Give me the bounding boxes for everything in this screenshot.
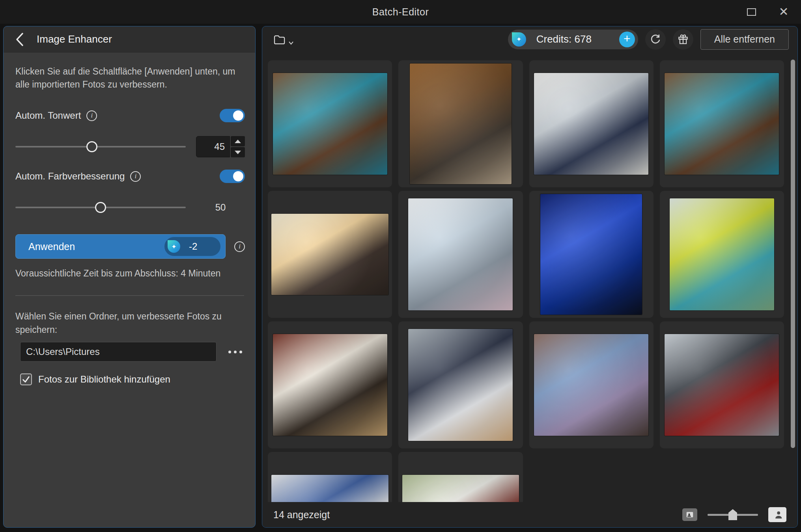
vertical-scrollbar-thumb[interactable] — [791, 60, 795, 448]
photo-cell[interactable] — [529, 60, 653, 187]
folder-icon — [273, 34, 287, 45]
image-enhancer-panel: Image Enhancer Klicken Sie auf die Schal… — [3, 26, 256, 528]
credit-droplet-icon: ✦ — [512, 32, 526, 47]
thumbnail-size-slider-handle[interactable] — [728, 509, 737, 520]
remove-all-label: Alle entfernen — [714, 34, 775, 45]
displayed-count: 14 angezeigt — [273, 509, 330, 521]
photo-cell[interactable] — [660, 60, 784, 187]
photo-grid-viewport — [268, 60, 784, 502]
instructions-text: Klicken Sie auf die Schaltfläche [Anwend… — [15, 65, 245, 91]
maximize-icon — [747, 8, 756, 16]
credits-pill: ✦ Credits: 678 + — [508, 30, 638, 49]
photo-cell[interactable] — [660, 321, 784, 448]
main-area: Image Enhancer Klicken Sie auf die Schal… — [0, 24, 801, 532]
photo-thumbnail-green-wall-discussion[interactable] — [402, 475, 519, 502]
auto-color-value: 50 — [196, 202, 245, 213]
photo-cell[interactable] — [660, 191, 784, 318]
divider — [15, 295, 244, 296]
zoom-out-thumbnails-button[interactable] — [682, 508, 697, 521]
credit-cost-pill: ✦ -2 — [164, 237, 220, 256]
add-to-library-checkbox[interactable] — [20, 373, 32, 385]
add-credits-button[interactable]: + — [619, 32, 635, 47]
photo-cell[interactable] — [268, 60, 392, 187]
status-bar: 14 angezeigt — [262, 502, 797, 527]
remove-all-button[interactable]: Alle entfernen — [700, 29, 789, 50]
credit-droplet-icon: ✦ — [168, 240, 180, 253]
close-button[interactable]: ✕ — [777, 5, 791, 19]
info-icon[interactable]: i — [86, 110, 97, 121]
add-to-library-option[interactable]: Fotos zur Bibliothek hinzufügen — [20, 373, 245, 385]
save-folder-input[interactable] — [20, 342, 217, 362]
auto-tone-toggle[interactable] — [220, 109, 245, 122]
photo-thumbnail-bright-room-blue-curtain[interactable] — [271, 475, 388, 502]
credits-balance: Credits: 678 — [536, 33, 603, 45]
photo-thumbnail-japanese-business-meeting[interactable] — [665, 334, 779, 436]
photo-thumbnail-consultant-couple-white-desk[interactable] — [408, 329, 513, 441]
photo-browser-panel: ✦ Credits: 678 + — [262, 26, 798, 528]
browser-toolbar: ✦ Credits: 678 + — [262, 26, 797, 52]
thumbnail-size-slider[interactable] — [708, 509, 758, 521]
import-folder-menu-button[interactable] — [271, 32, 296, 47]
photo-thumbnail-business-meeting-bright-office[interactable] — [534, 73, 648, 175]
refresh-icon — [649, 33, 662, 46]
info-icon[interactable]: i — [234, 241, 245, 252]
plus-icon: + — [624, 33, 631, 45]
auto-color-toggle[interactable] — [220, 170, 245, 183]
sidebar-header: Image Enhancer — [4, 26, 255, 52]
chevron-down-icon — [288, 41, 294, 45]
chevron-left-icon — [16, 33, 24, 46]
photo-thumbnail-conference-audience-wood-hall[interactable] — [410, 63, 512, 184]
close-icon: ✕ — [779, 6, 788, 18]
auto-tone-label: Autom. Tonwert — [15, 110, 81, 121]
window-title: Batch-Editor — [372, 6, 429, 18]
ellipsis-icon — [228, 351, 231, 353]
photo-cell[interactable] — [398, 191, 523, 318]
auto-tone-slider-handle[interactable] — [86, 141, 97, 152]
panel-title: Image Enhancer — [37, 33, 112, 45]
maximize-button[interactable] — [744, 5, 758, 19]
zoom-in-thumbnails-button[interactable] — [768, 507, 786, 522]
auto-color-slider[interactable] — [15, 202, 186, 213]
apply-button-label: Anwenden — [28, 241, 75, 252]
photo-thumbnail-silhouettes-office-sunset[interactable] — [271, 214, 388, 295]
photo-cell[interactable] — [529, 191, 653, 318]
triangle-up-icon — [235, 140, 241, 143]
eta-text: Voraussichtliche Zeit bis zum Abschluss:… — [15, 268, 245, 279]
auto-color-slider-handle[interactable] — [95, 202, 106, 213]
photo-cell[interactable] — [268, 191, 392, 318]
credit-cost-value: -2 — [189, 241, 197, 252]
photo-thumbnail-delegates-keffiyeh-group[interactable] — [273, 334, 387, 436]
info-icon[interactable]: i — [130, 171, 141, 182]
thumbnail-zoom-control — [682, 507, 786, 522]
photo-thumbnail-speaker-woman-teal-lecture-hall[interactable] — [273, 73, 387, 175]
auto-color-label: Autom. Farbverbesserung — [15, 171, 125, 182]
thumbnails-large-icon — [771, 510, 783, 520]
spinner-up-button[interactable] — [231, 136, 245, 146]
photo-cell[interactable] — [529, 321, 653, 448]
photo-cell[interactable] — [268, 452, 392, 502]
photo-thumbnail-stage-speaker-blue-screen[interactable] — [540, 194, 642, 315]
photo-cell[interactable] — [398, 321, 523, 448]
triangle-down-icon — [235, 151, 241, 154]
photo-thumbnail-speaker-woman-teal-lecture-hall-2[interactable] — [665, 73, 779, 175]
photo-thumbnail-seated-audience-colorful[interactable] — [670, 198, 774, 310]
auto-tone-slider[interactable] — [15, 141, 186, 152]
auto-tone-value-input[interactable] — [196, 136, 230, 157]
browse-folder-button[interactable] — [228, 347, 243, 357]
folder-section-label: Wählen Sie einen Ordner, um verbesserte … — [15, 310, 245, 336]
photo-cell[interactable] — [398, 60, 523, 187]
title-bar: Batch-Editor ✕ — [0, 0, 801, 24]
photo-cell[interactable] — [268, 321, 392, 448]
thumbnails-small-icon — [686, 511, 694, 518]
photo-thumbnail-cheering-team-brick-wall[interactable] — [534, 334, 648, 436]
photo-cell[interactable] — [398, 452, 523, 502]
photo-thumbnail-presenter-addressing-crowd[interactable] — [408, 198, 513, 310]
gift-button[interactable] — [673, 29, 693, 50]
apply-button[interactable]: Anwenden ✦ -2 — [15, 234, 226, 259]
spinner-down-button[interactable] — [231, 147, 245, 157]
back-button[interactable] — [13, 32, 26, 47]
gift-icon — [677, 34, 689, 45]
refresh-button[interactable] — [645, 29, 666, 50]
photo-grid — [268, 60, 784, 502]
add-to-library-label: Fotos zur Bibliothek hinzufügen — [38, 374, 170, 385]
